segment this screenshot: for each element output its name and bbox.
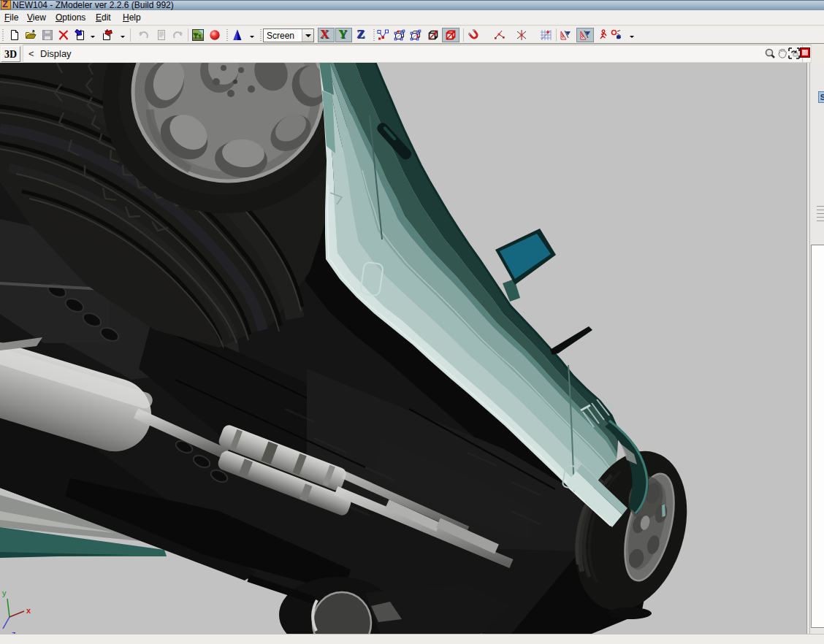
svg-text:y: y [2,589,7,597]
svg-text:x: x [26,606,31,615]
